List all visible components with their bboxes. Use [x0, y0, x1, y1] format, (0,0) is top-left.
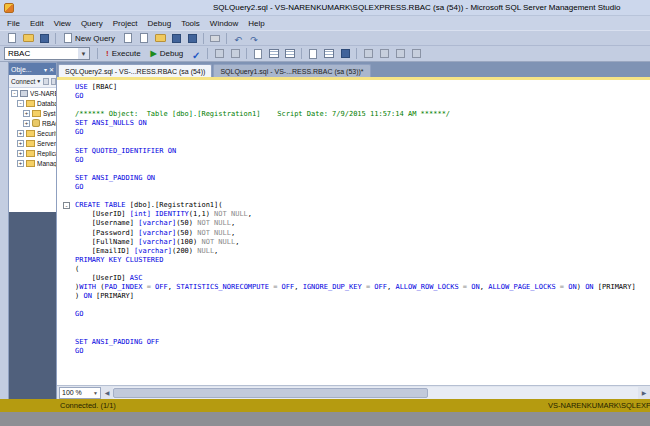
include-actual-execution-plan-icon[interactable] [266, 47, 282, 61]
expand-icon[interactable]: + [23, 110, 30, 117]
debug-button[interactable]: ▶ Debug [146, 47, 189, 61]
horizontal-scrollbar[interactable] [113, 387, 638, 399]
save-all-icon[interactable] [184, 31, 200, 45]
code-line: GO [75, 347, 650, 356]
database-combobox[interactable]: RBAC ▼ [4, 47, 90, 60]
code-token: (50) [176, 219, 197, 227]
include-client-statistics-icon[interactable] [282, 47, 298, 61]
code-token: OFF [374, 283, 387, 291]
expand-icon[interactable]: + [17, 150, 24, 157]
tree-item[interactable]: +RBAC [9, 118, 56, 128]
new-query-label: New Query [75, 34, 115, 43]
menu-item-debug[interactable]: Debug [143, 19, 177, 28]
refresh-icon[interactable] [43, 78, 48, 85]
new-query-document-icon[interactable] [4, 31, 20, 45]
tree-item-label: Security [37, 130, 56, 137]
toolbar-separator [97, 48, 98, 59]
status-bar: Connected. (1/1) VS-NARENKUMARK\SQLEXPRE… [0, 399, 650, 412]
close-icon[interactable]: ✕ [49, 66, 54, 73]
tree-item[interactable]: +Security [9, 128, 56, 138]
parse-icon[interactable] [188, 47, 204, 61]
save-icon[interactable] [36, 31, 52, 45]
scroll-right-icon[interactable]: ▶ [638, 387, 650, 399]
window-position-icon[interactable]: ▾ [44, 66, 47, 73]
increase-indent-icon[interactable] [408, 47, 424, 61]
menu-item-edit[interactable]: Edit [25, 19, 49, 28]
toolbar-separator [356, 48, 357, 59]
expand-icon[interactable]: + [17, 140, 24, 147]
scrollbar-thumb[interactable] [113, 388, 428, 398]
document-well: SQLQuery2.sql - VS-...RESS.RBAC (sa (54)… [57, 62, 650, 399]
debug-label: Debug [160, 49, 184, 58]
save-icon[interactable] [168, 31, 184, 45]
new-database-engine-query-icon[interactable] [120, 31, 136, 45]
tree-item[interactable]: +System Databases [9, 108, 56, 118]
menu-item-query[interactable]: Query [76, 19, 108, 28]
comment-out-lines-icon[interactable] [360, 47, 376, 61]
menu-item-file[interactable]: File [2, 19, 25, 28]
collapse-icon[interactable]: - [17, 100, 24, 107]
expand-icon[interactable]: + [17, 130, 24, 137]
open-file-icon[interactable] [20, 31, 36, 45]
specify-values-for-template-icon[interactable] [250, 47, 266, 61]
open-file-icon[interactable] [152, 31, 168, 45]
tab-sqlquery1[interactable]: SQLQuery1.sql - VS-...RESS.RBAC (sa (53)… [213, 64, 370, 77]
decrease-indent-icon[interactable] [392, 47, 408, 61]
query-options-icon[interactable] [211, 47, 227, 61]
menu-item-project[interactable]: Project [108, 19, 143, 28]
code-line: GO [75, 128, 650, 137]
execute-button[interactable]: ! Execute [101, 47, 146, 61]
code-line [75, 301, 650, 310]
object-explorer-header[interactable]: Obje... ▾ ✕ [9, 63, 56, 75]
new-query-button[interactable]: New Query [59, 32, 120, 45]
object-explorer-lower-area [9, 212, 56, 399]
zoom-control[interactable]: 100 % ▼ [59, 387, 101, 399]
ssms-window: SQLQuery2.sql - VS-NARENKUMARK\SQLEXPRES… [0, 0, 650, 426]
toolbar-separator [226, 33, 227, 44]
undo-glyph [234, 29, 242, 47]
server-name-status: VS-NARENKUMARK\SQLEXPRESS [548, 401, 650, 410]
tab-sqlquery2[interactable]: SQLQuery2.sql - VS-...RESS.RBAC (sa (54)… [58, 64, 212, 77]
zoom-value: 100 % [62, 389, 82, 396]
collapse-icon[interactable]: - [11, 90, 18, 97]
undo-icon[interactable] [230, 31, 246, 45]
new-analysis-query-icon[interactable] [136, 31, 152, 45]
code-line: SET QUOTED_IDENTIFIER ON [75, 147, 650, 156]
code-token: (200) [172, 247, 197, 255]
tree-item[interactable]: +Management [9, 158, 56, 168]
results-to-text-icon[interactable] [305, 47, 321, 61]
code-line: SET ANSI_NULLS ON [75, 119, 650, 128]
tree-item-label: System Databases [43, 110, 56, 117]
code-line [75, 329, 650, 338]
menu-item-view[interactable]: View [49, 19, 76, 28]
code-token: GO [75, 347, 83, 355]
scroll-left-icon[interactable]: ◀ [101, 387, 113, 399]
expand-icon[interactable]: + [23, 120, 30, 127]
fold-toggle[interactable]: - [63, 202, 70, 209]
expand-icon[interactable]: + [17, 160, 24, 167]
menu-item-tools[interactable]: Tools [176, 19, 205, 28]
tree-item[interactable]: -VS-NARENKUMARK\SQLEXPRESS [9, 88, 56, 98]
menu-item-help[interactable]: Help [243, 19, 269, 28]
chevron-down-icon[interactable]: ▼ [78, 48, 89, 59]
code-area[interactable]: USE [RBAC]GO/****** Object: Table [dbo].… [57, 80, 650, 385]
tree-item[interactable]: +Replication [9, 148, 56, 158]
menu-item-window[interactable]: Window [205, 19, 243, 28]
uncomment-lines-icon[interactable] [376, 47, 392, 61]
document-tab-bar: SQLQuery2.sql - VS-...RESS.RBAC (sa (54)… [57, 62, 650, 77]
code-line: GO [75, 310, 650, 319]
results-to-file-icon[interactable] [337, 47, 353, 61]
redo-icon[interactable] [246, 31, 262, 45]
title-bar[interactable]: SQLQuery2.sql - VS-NARENKUMARK\SQLEXPRES… [0, 0, 650, 16]
connect-button[interactable]: Connect [11, 78, 35, 85]
code-token: [RBAC] [92, 83, 117, 91]
chevron-down-icon[interactable]: ▼ [36, 78, 41, 84]
tree-item[interactable]: +Server Objects [9, 138, 56, 148]
filter-icon[interactable] [51, 78, 56, 85]
chevron-down-icon: ▼ [93, 390, 98, 396]
intellisense-enabled-icon[interactable] [227, 47, 243, 61]
tree-item[interactable]: -Databases [9, 98, 56, 108]
print-icon[interactable] [207, 31, 223, 45]
results-to-grid-icon[interactable] [321, 47, 337, 61]
code-line: ) ON [PRIMARY] [75, 292, 650, 301]
